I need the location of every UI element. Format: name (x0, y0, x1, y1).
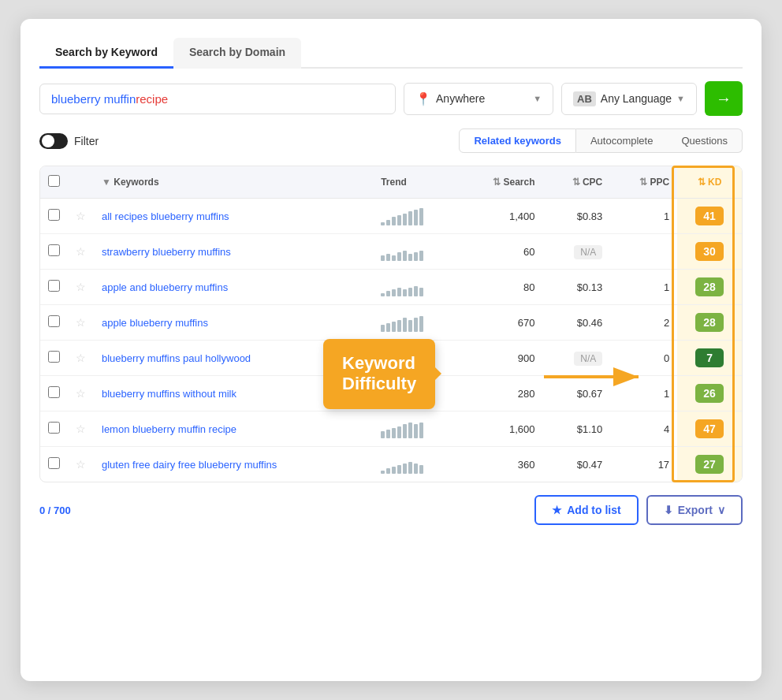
kd-badge: 28 (695, 313, 724, 332)
table-row: ☆all recipes blueberry muffins1,400$0.83… (40, 199, 742, 234)
star-icon[interactable]: ☆ (76, 458, 86, 471)
table-row: ☆strawberry blueberry muffins60N/A30 (40, 234, 742, 270)
sort-icon: ▼ (102, 177, 111, 188)
cell-keyword: all recipes blueberry muffins (94, 199, 373, 234)
kd-badge: 7 (695, 348, 724, 367)
location-dropdown-arrow: ▼ (533, 94, 542, 103)
cell-cpc: N/A (543, 234, 611, 270)
na-badge: N/A (574, 245, 602, 259)
search-query-rest: recipe (136, 92, 168, 106)
keyword-type-tabs: Related keywords Autocomplete Questions (459, 128, 743, 153)
table-container: ▼ Keywords Trend ⇅ Search ⇅ CPC ⇅ PPC ⇅ … (39, 166, 743, 482)
filter-label: Filter (74, 135, 99, 147)
cell-cpc: $1.10 (543, 411, 611, 447)
header-ppc[interactable]: ⇅ PPC (610, 166, 677, 199)
cell-trend (373, 234, 458, 270)
header-search[interactable]: ⇅ Search (458, 166, 542, 199)
row-checkbox[interactable] (48, 351, 60, 363)
search-bar: blueberry muffin recipe 📍 Anywhere ▼ AB … (39, 81, 743, 116)
language-label: Any Language (601, 92, 672, 105)
add-to-list-label: Add to list (567, 504, 620, 516)
language-select[interactable]: AB Any Language ▼ (561, 83, 697, 115)
cell-cpc: N/A (543, 341, 611, 376)
cell-keyword: blueberry muffins without milk (94, 376, 373, 411)
cell-cpc: $0.47 (543, 447, 611, 482)
table-row: ☆blueberry muffins without milk280$0.671… (40, 376, 742, 411)
search-button[interactable]: → (705, 81, 743, 116)
star-icon[interactable]: ☆ (76, 210, 86, 222)
filter-left: Filter (39, 133, 99, 149)
row-checkbox[interactable] (48, 422, 60, 434)
location-icon: 📍 (415, 91, 431, 106)
table-footer: 0 / 700 ★ Add to list ⬇ Export ∨ (39, 495, 743, 525)
cell-kd: 30 (677, 234, 742, 270)
kd-badge: 30 (695, 242, 724, 261)
cell-trend (373, 270, 458, 305)
add-to-list-button[interactable]: ★ Add to list (534, 495, 638, 525)
selection-count: 0 / 700 (39, 505, 71, 516)
tab-autocomplete[interactable]: Autocomplete (576, 128, 668, 153)
row-checkbox[interactable] (48, 280, 60, 292)
row-checkbox[interactable] (48, 244, 60, 256)
cell-trend (373, 305, 458, 341)
cell-search: 900 (458, 341, 542, 376)
toggle-indicator (42, 135, 54, 147)
star-icon[interactable]: ☆ (76, 281, 86, 293)
star-icon[interactable]: ☆ (76, 352, 86, 364)
cell-search: 360 (458, 447, 542, 482)
cell-keyword: strawberry blueberry muffins (94, 234, 373, 270)
star-icon[interactable]: ☆ (76, 423, 86, 435)
star-icon[interactable]: ☆ (76, 387, 86, 400)
cell-ppc: 17 (610, 447, 677, 482)
kd-badge: 41 (695, 207, 724, 225)
search-col-sort: ⇅ (493, 177, 501, 188)
cell-keyword: apple blueberry muffins (94, 305, 373, 341)
tab-questions[interactable]: Questions (667, 128, 743, 153)
ppc-col-sort: ⇅ (639, 177, 647, 188)
cell-kd: 28 (677, 305, 742, 341)
star-icon[interactable]: ☆ (76, 316, 86, 329)
search-arrow-icon: → (716, 90, 732, 108)
header-keywords[interactable]: ▼ Keywords (94, 166, 373, 199)
header-trend: Trend (373, 166, 458, 199)
footer-actions: ★ Add to list ⬇ Export ∨ (534, 495, 743, 525)
header-cpc[interactable]: ⇅ CPC (543, 166, 611, 199)
cell-kd: 26 (677, 376, 742, 411)
export-button[interactable]: ⬇ Export ∨ (646, 495, 743, 525)
cell-trend (373, 447, 458, 482)
row-checkbox[interactable] (48, 209, 60, 221)
header-checkbox-cell (40, 166, 68, 199)
row-checkbox[interactable] (48, 457, 60, 469)
row-checkbox[interactable] (48, 386, 60, 398)
cell-kd: 41 (677, 199, 742, 234)
cell-search: 280 (458, 376, 542, 411)
cell-search: 670 (458, 305, 542, 341)
cell-kd: 27 (677, 447, 742, 482)
export-chevron: ∨ (717, 504, 725, 516)
cell-cpc: $0.13 (543, 270, 611, 305)
cell-search: 1,400 (458, 199, 542, 234)
select-all-checkbox[interactable] (48, 175, 60, 187)
table-row: ☆gluten free dairy free blueberry muffin… (40, 447, 742, 482)
cell-search: 80 (458, 270, 542, 305)
filter-toggle[interactable] (39, 133, 68, 149)
row-checkbox[interactable] (48, 315, 60, 327)
cpc-col-sort: ⇅ (572, 177, 580, 188)
filter-row: Filter Related keywords Autocomplete Que… (39, 128, 743, 153)
download-icon: ⬇ (664, 504, 673, 516)
cell-trend (373, 411, 458, 447)
language-dropdown-arrow: ▼ (676, 94, 685, 103)
table-row: ☆apple and blueberry muffins80$0.13128 (40, 270, 742, 305)
cell-keyword: lemon blueberry muffin recipe (94, 411, 373, 447)
cell-ppc (610, 234, 677, 270)
tab-search-keyword[interactable]: Search by Keyword (39, 38, 173, 69)
location-select[interactable]: 📍 Anywhere ▼ (404, 83, 553, 115)
na-badge: N/A (574, 352, 602, 366)
cell-cpc: $0.46 (543, 305, 611, 341)
search-query-blue: blueberry muffin (51, 92, 136, 106)
star-icon[interactable]: ☆ (76, 245, 86, 258)
header-kd[interactable]: ⇅ KD (677, 166, 742, 199)
tab-related-keywords[interactable]: Related keywords (459, 128, 576, 153)
cell-trend (373, 199, 458, 234)
tab-search-domain[interactable]: Search by Domain (173, 38, 301, 69)
